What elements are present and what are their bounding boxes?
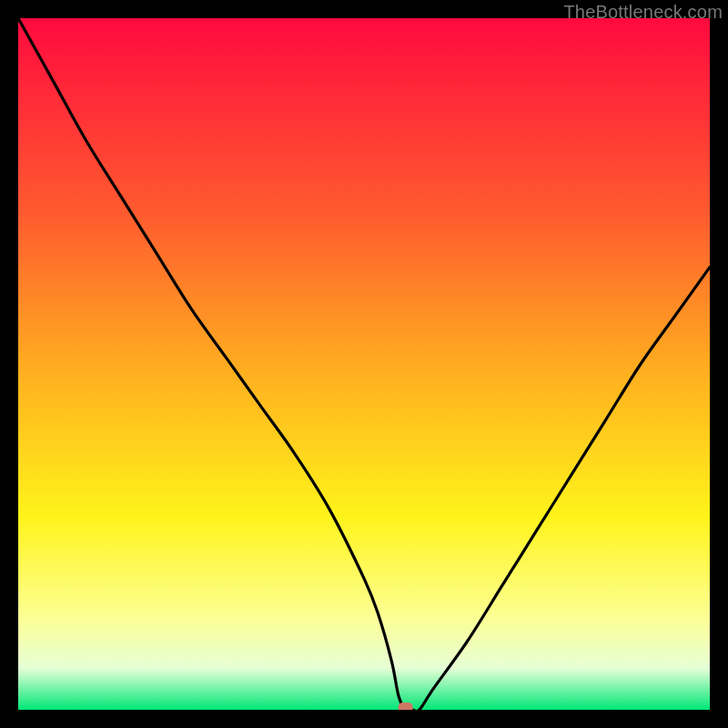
optimal-point-marker (399, 703, 413, 710)
chart-container: TheBottleneck.com (0, 0, 728, 728)
chart-background (18, 18, 710, 710)
bottleneck-chart (18, 18, 710, 710)
